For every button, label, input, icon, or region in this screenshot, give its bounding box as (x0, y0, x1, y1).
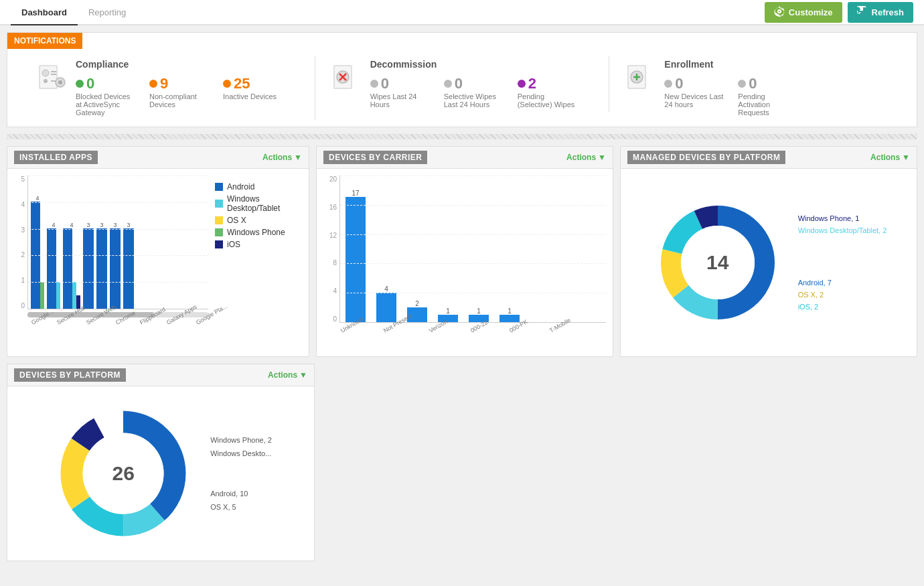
chevron-down-icon-4: ▼ (299, 370, 307, 380)
top-widgets-row: INSTALLED APPS Actions ▼ 543210 (7, 146, 917, 357)
decommission-content: Decommission 0 Wipes Last 24 Hours (370, 59, 596, 108)
compliance-icon (34, 59, 68, 92)
compliance-count-2: 25 (234, 75, 250, 92)
bar-flippboard: 3 (96, 222, 107, 309)
status-dot-gray-e1 (738, 80, 746, 88)
bar-secureweb: 4 (63, 222, 80, 309)
managed-devices-body: 14 Windows Phone, 1 Windows Desktop/Tabl… (621, 169, 917, 356)
compliance-label-0: Blocked Devices at ActiveSync Gateway (76, 92, 136, 117)
status-dot-gray-0 (370, 80, 378, 88)
compliance-item-0[interactable]: 0 Blocked Devices at ActiveSync Gateway (76, 75, 136, 117)
status-dot-purple (518, 80, 526, 88)
label-windows-dt-platform: Windows Deskto... (210, 449, 272, 457)
compliance-items: 0 Blocked Devices at ActiveSync Gateway … (76, 75, 301, 117)
devices-platform-donut: 26 (50, 400, 197, 547)
legend-osx-managed: OS X, 2 (798, 291, 887, 299)
carrier-bar-unknown: 17 (345, 190, 366, 322)
status-dot-gray-1 (444, 80, 452, 88)
status-dot-gray-e0 (664, 80, 672, 88)
compliance-title: Compliance (76, 59, 301, 70)
compliance-label-1: Non-compliant Devices (149, 92, 210, 108)
compliance-count-1: 9 (160, 75, 168, 92)
legend-windows-dt-managed: Windows Desktop/Tablet, 2 (798, 226, 887, 234)
managed-devices-title: MANAGED DEVICES BY PLATFORM (627, 151, 785, 164)
managed-devices-legend: Windows Phone, 1 Windows Desktop/Tablet,… (798, 214, 887, 311)
enrollment-label-1: Pending Activation Requests (738, 92, 798, 117)
enrollment-content: Enrollment 0 New Devices Last 24 hours (664, 59, 890, 117)
devices-platform-labels: Windows Phone, 2 Windows Deskto... Andro… (210, 436, 272, 511)
installed-apps-actions-label: Actions (262, 153, 292, 162)
devices-by-carrier-actions-button[interactable]: Actions ▼ (566, 153, 606, 162)
compliance-item-1[interactable]: 9 Non-compliant Devices (149, 75, 210, 117)
refresh-label: Refresh (872, 7, 904, 17)
enrollment-item-0[interactable]: 0 New Devices Last 24 hours (664, 75, 724, 117)
devices-by-platform-body: 26 Windows Phone, 2 Windows Deskto... An… (7, 386, 314, 561)
compliance-count-0: 0 (86, 75, 94, 92)
carrier-bar-tmobile: 1 (499, 307, 520, 322)
decommission-count-2: 2 (528, 75, 536, 92)
decommission-label-2: Pending (Selective) Wipes (518, 92, 578, 108)
gear-icon (774, 6, 785, 19)
tab-reporting[interactable]: Reporting (78, 1, 137, 25)
legend-windows-dt: Windows Desktop/Tablet (215, 194, 302, 213)
devices-by-carrier-header: DEVICES BY CARRIER Actions ▼ (317, 147, 613, 169)
compliance-label-2: Inactive Devices (223, 92, 277, 100)
decommission-section: Decommission 0 Wipes Last 24 Hours (315, 56, 610, 112)
svg-point-8 (58, 80, 62, 84)
managed-devices-actions-button[interactable]: Actions ▼ (870, 153, 910, 162)
legend-ios-managed: iOS, 2 (798, 303, 887, 311)
decommission-title: Decommission (370, 59, 596, 70)
decommission-label-1: Selective Wipes Last 24 Hours (444, 92, 504, 108)
enrollment-count-1: 0 (749, 75, 757, 92)
main-content: NOTIFICATIONS (0, 25, 924, 568)
legend-osx: OS X (215, 216, 302, 225)
devices-by-carrier-title: DEVICES BY CARRIER (323, 151, 427, 164)
bottom-right-placeholder (321, 364, 917, 561)
devices-by-platform-actions-button[interactable]: Actions ▼ (268, 370, 307, 380)
notifications-panel: NOTIFICATIONS (7, 32, 917, 127)
decommission-item-0[interactable]: 0 Wipes Last 24 Hours (370, 75, 431, 108)
customize-label: Customize (789, 7, 833, 17)
status-dot-green (76, 80, 84, 88)
enrollment-items: 0 New Devices Last 24 hours 0 Pending Ac… (664, 75, 890, 117)
label-android-platform: Android, 10 (210, 490, 272, 498)
enrollment-icon (623, 59, 656, 92)
decommission-count-0: 0 (381, 75, 389, 92)
carrier-bar-notpresent: 4 (376, 285, 396, 322)
devices-by-platform-widget: DEVICES BY PLATFORM Actions ▼ (7, 364, 315, 561)
installed-apps-actions-button[interactable]: Actions ▼ (262, 153, 302, 162)
decommission-item-1[interactable]: 0 Selective Wipes Last 24 Hours (444, 75, 504, 108)
installed-apps-widget: INSTALLED APPS Actions ▼ 543210 (7, 146, 309, 357)
legend-windows-phone: Windows Phone (215, 228, 302, 237)
chevron-down-icon-3: ▼ (902, 153, 910, 162)
decommission-item-2[interactable]: 2 Pending (Selective) Wipes (518, 75, 578, 108)
decommission-count-1: 0 (455, 75, 463, 92)
label-osx-platform: OS X, 5 (210, 503, 272, 511)
tab-dashboard[interactable]: Dashboard (11, 1, 78, 25)
managed-devices-by-platform-widget: MANAGED DEVICES BY PLATFORM Actions ▼ (620, 146, 917, 357)
top-navigation: Dashboard Reporting Customize Refresh (0, 0, 924, 25)
installed-apps-body: 543210 (7, 169, 309, 356)
status-dot-orange-2 (223, 80, 231, 88)
devices-by-platform-title: DEVICES BY PLATFORM (14, 368, 126, 382)
bar-chrome: 3 (83, 222, 94, 309)
refresh-button[interactable]: Refresh (848, 2, 913, 23)
installed-apps-header: INSTALLED APPS Actions ▼ (7, 147, 309, 169)
legend-windows-phone-managed: Windows Phone, 1 (798, 214, 887, 222)
compliance-section: Compliance 0 Blocked Devices at ActiveSy… (21, 56, 315, 120)
devices-by-carrier-body: 201612840 17 (317, 169, 613, 356)
bar-google: 4 (31, 195, 44, 309)
managed-donut-chart: 14 (651, 196, 785, 329)
carrier-bars: 17 4 2 1 (340, 175, 606, 322)
enrollment-item-1[interactable]: 0 Pending Activation Requests (738, 75, 798, 117)
managed-devices-actions-label: Actions (870, 153, 900, 162)
installed-apps-title: INSTALLED APPS (14, 151, 98, 164)
legend-ios: iOS (215, 240, 302, 249)
enrollment-count-0: 0 (675, 75, 683, 92)
refresh-icon (857, 6, 868, 19)
label-windows-phone-platform: Windows Phone, 2 (210, 436, 272, 444)
devices-by-carrier-widget: DEVICES BY CARRIER Actions ▼ 201612840 (316, 146, 613, 357)
customize-button[interactable]: Customize (765, 2, 842, 23)
bottom-widgets-row: DEVICES BY PLATFORM Actions ▼ (7, 364, 917, 561)
compliance-item-2[interactable]: 25 Inactive Devices (223, 75, 277, 117)
